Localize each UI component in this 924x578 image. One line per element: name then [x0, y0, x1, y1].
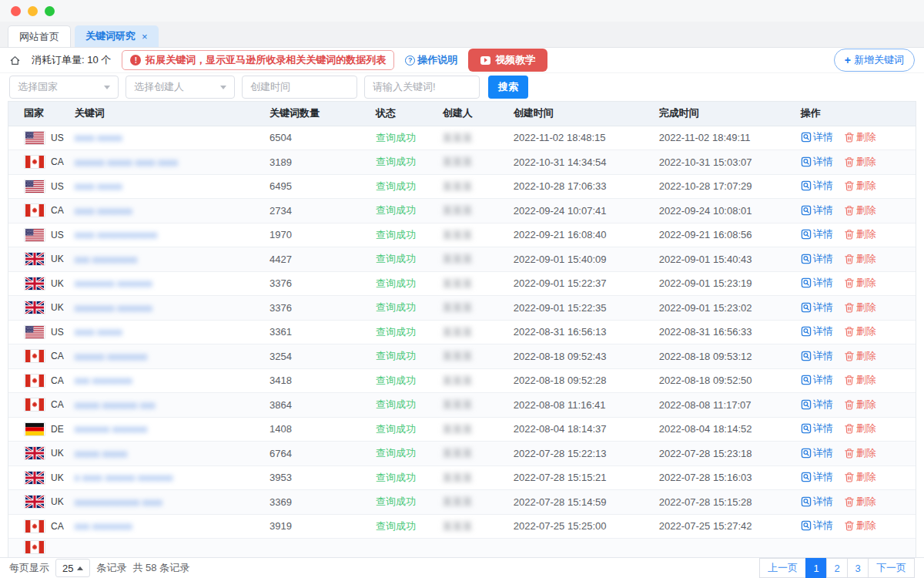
delete-link[interactable]: 删除	[844, 301, 876, 314]
detail-icon	[801, 156, 812, 167]
table-row: US xxxx xxxxxxxxxxxx 1970 查询成功 某某某 2022-…	[8, 223, 916, 247]
video-button-label: 视频教学	[495, 53, 535, 67]
create-time-input[interactable]: 创建时间	[242, 76, 357, 99]
keyword-link[interactable]: xxxxxxxx xxxxxxx	[75, 302, 152, 314]
detail-link[interactable]: 详情	[801, 276, 833, 290]
delete-label: 删除	[856, 422, 876, 435]
flag-ca-icon	[24, 374, 45, 388]
keyword-link[interactable]: xxx xxxxxxxxx	[75, 254, 138, 265]
delete-label: 删除	[856, 324, 876, 338]
detail-link[interactable]: 详情	[801, 130, 833, 144]
search-button[interactable]: 搜索	[488, 76, 528, 99]
delete-link[interactable]: 删除	[844, 324, 876, 338]
keyword-link[interactable]: x xxxx xxxxxx xxxxxxx	[75, 472, 173, 483]
keyword-link[interactable]: xxxxxx xxxxx xxxx xxxx	[75, 156, 178, 168]
keyword-link[interactable]: xxxx xxxxxxx	[75, 205, 132, 217]
delete-link[interactable]: 删除	[844, 179, 876, 193]
add-keyword-button[interactable]: + 新增关键词	[834, 49, 915, 72]
tab-website-home[interactable]: 网站首页	[8, 25, 71, 47]
minimize-window-icon[interactable]	[28, 6, 38, 16]
detail-link[interactable]: 详情	[801, 422, 833, 435]
creator-name: 某某某	[443, 253, 473, 264]
keyword-link[interactable]: xxxxxx xxxxxxxx	[75, 351, 148, 362]
detail-icon	[801, 399, 812, 410]
keyword-search-input[interactable]: 请输入关键词!	[364, 76, 480, 99]
detail-link[interactable]: 详情	[801, 519, 833, 533]
created-time: 2022-07-28 15:15:21	[511, 465, 656, 490]
tab-keyword-research[interactable]: 关键词研究 ×	[75, 25, 159, 47]
close-window-icon[interactable]	[11, 6, 21, 16]
flag-ca-icon	[24, 155, 45, 169]
maximize-window-icon[interactable]	[45, 6, 55, 16]
detail-link[interactable]: 详情	[801, 155, 833, 169]
help-link[interactable]: ? 操作说明	[405, 53, 457, 67]
delete-link[interactable]: 删除	[844, 276, 876, 290]
detail-link[interactable]: 详情	[801, 446, 833, 460]
notice-banner: ! 拓展关键词，显示亚马逊所收录相关关键词的数据列表	[122, 50, 394, 70]
keyword-link[interactable]: xxxx xxxxx	[75, 326, 122, 338]
keyword-count: 3369	[266, 490, 373, 515]
created-time: 2022-08-31 16:56:13	[511, 320, 656, 344]
created-time: 2022-07-28 15:22:13	[511, 442, 656, 466]
keyword-link[interactable]: xxx xxxxxxxx	[75, 375, 132, 386]
creator-select[interactable]: 选择创建人	[126, 76, 235, 99]
detail-link[interactable]: 详情	[801, 301, 833, 314]
next-page-button[interactable]: 下一页	[868, 558, 915, 578]
detail-link[interactable]: 详情	[801, 227, 833, 241]
delete-link[interactable]: 删除	[844, 203, 876, 217]
home-icon[interactable]	[9, 55, 21, 66]
delete-link[interactable]: 删除	[844, 470, 876, 484]
detail-link[interactable]: 详情	[801, 252, 833, 266]
country-select[interactable]: 选择国家	[9, 76, 119, 99]
keyword-link[interactable]: xxxx xxxxx	[75, 132, 122, 143]
status-text: 查询成功	[376, 350, 416, 361]
keyword-link[interactable]: xxxx xxxxx	[75, 180, 122, 192]
delete-link[interactable]: 删除	[844, 252, 876, 266]
page-button[interactable]: 3	[847, 558, 869, 578]
detail-link[interactable]: 详情	[801, 470, 833, 484]
detail-link[interactable]: 详情	[801, 495, 833, 509]
delete-link[interactable]: 删除	[844, 446, 876, 460]
keyword-count: 3376	[266, 271, 373, 296]
detail-link[interactable]: 详情	[801, 179, 833, 193]
keyword-link[interactable]: xxxx xxxxxxxxxxxx	[75, 229, 158, 240]
keyword-link[interactable]: xxxxxxxx xxxxxxx	[75, 277, 152, 289]
keyword-link[interactable]: xxxxxxxxxxxxx xxxx	[75, 496, 162, 508]
page-button[interactable]: 1	[805, 558, 827, 578]
tab-close-icon[interactable]: ×	[142, 31, 148, 42]
delete-label: 删除	[856, 276, 876, 290]
detail-link[interactable]: 详情	[801, 398, 833, 412]
keyword-link[interactable]: xxxxxxx xxxxxxx	[75, 423, 148, 435]
country-code: CA	[51, 351, 64, 361]
delete-icon	[844, 180, 855, 191]
flag-us-icon	[24, 325, 45, 339]
page-size-select[interactable]: 25	[55, 559, 90, 577]
detail-link[interactable]: 详情	[801, 373, 833, 387]
help-label: 操作说明	[417, 53, 457, 67]
creator-select-placeholder: 选择创建人	[134, 80, 184, 94]
delete-icon	[844, 254, 855, 264]
detail-link[interactable]: 详情	[801, 203, 833, 217]
detail-link[interactable]: 详情	[801, 324, 833, 338]
delete-link[interactable]: 删除	[844, 519, 876, 533]
status-text: 查询成功	[376, 423, 416, 435]
keyword-link[interactable]: xxxxx xxxxxxx xxx	[75, 399, 156, 411]
delete-link[interactable]: 删除	[844, 349, 876, 363]
creator-name: 某某某	[443, 472, 473, 483]
delete-link[interactable]: 删除	[844, 373, 876, 387]
keyword-link[interactable]: xxx xxxxxxxx	[75, 520, 132, 532]
page-button[interactable]: 2	[826, 558, 848, 578]
delete-link[interactable]: 删除	[844, 227, 876, 241]
delete-icon	[844, 205, 855, 216]
detail-link[interactable]: 详情	[801, 349, 833, 363]
delete-label: 删除	[856, 301, 876, 314]
delete-link[interactable]: 删除	[844, 155, 876, 169]
delete-link[interactable]: 删除	[844, 422, 876, 435]
delete-link[interactable]: 删除	[844, 495, 876, 509]
delete-link[interactable]: 删除	[844, 130, 876, 144]
video-tutorial-button[interactable]: 视频教学	[468, 49, 547, 72]
flag-de-icon	[24, 422, 45, 436]
delete-link[interactable]: 删除	[844, 398, 876, 412]
keyword-link[interactable]: xxxxx xxxxx	[75, 448, 128, 459]
prev-page-button[interactable]: 上一页	[759, 558, 806, 578]
